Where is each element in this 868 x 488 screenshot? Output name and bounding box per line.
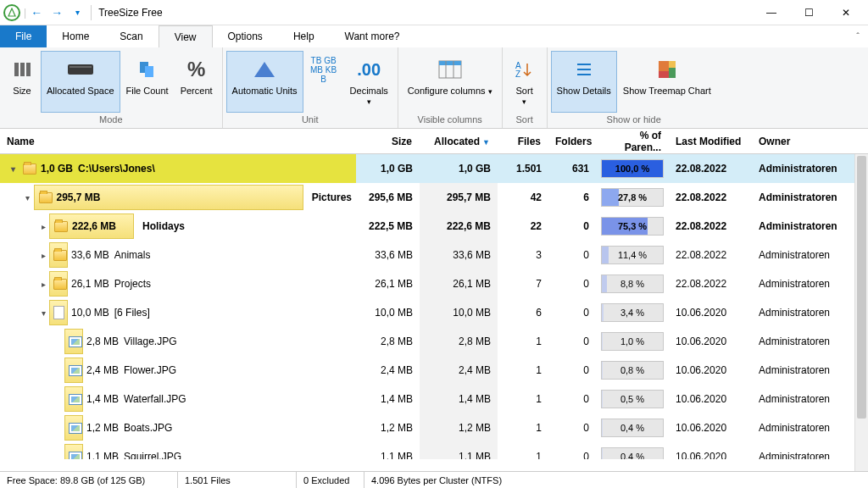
tab-scan[interactable]: Scan xyxy=(104,25,158,47)
cell-owner: Administratoren xyxy=(752,220,854,232)
row-size-label: 10,0 MB xyxy=(71,307,109,319)
tab-view[interactable]: View xyxy=(159,25,213,47)
qat-dropdown-icon[interactable]: ▾ xyxy=(67,3,87,23)
tree-row[interactable]: 1,1 MB Squirrel.JPG 1,1 MB 1,1 MB 1 0 0,… xyxy=(0,442,868,459)
cell-percent: 0,4 % xyxy=(596,413,669,442)
sort-label: Sort▾ xyxy=(516,86,533,107)
tree-row[interactable]: ▾ 10,0 MB [6 Files] 10,0 MB 10,0 MB 6 0 … xyxy=(0,298,868,327)
cell-size: 1,0 GB xyxy=(352,163,420,175)
mode-allocated-label: Allocated Space xyxy=(47,86,114,96)
group-show-hide: Show Details Show Treemap Chart Show or … xyxy=(548,47,721,128)
tree-row[interactable]: ▸ 222,6 MB Holidays 222,5 MB 222,6 MB 22… xyxy=(0,212,868,241)
row-name: Pictures xyxy=(312,191,352,203)
cell-allocated: 295,7 MB xyxy=(420,183,498,212)
cell-files: 1 xyxy=(498,393,548,405)
ribbon-collapse-icon[interactable]: ˆ xyxy=(848,25,868,47)
row-size-label: 222,6 MB xyxy=(72,220,116,232)
separator xyxy=(91,5,92,20)
bars-icon xyxy=(13,55,31,84)
cell-allocated: 222,6 MB xyxy=(420,212,498,241)
configure-columns-button[interactable]: Configure columns ▾ xyxy=(402,51,498,113)
row-size-label: 1,1 MB xyxy=(86,451,119,459)
cell-allocated: 2,8 MB xyxy=(420,327,498,356)
tree-row[interactable]: ▾ 1,0 GB C:\Users\Jones\ 1,0 GB 1,0 GB 1… xyxy=(0,154,868,183)
mode-percent-button[interactable]: % Percent xyxy=(175,51,219,113)
back-button[interactable]: ← xyxy=(26,3,47,23)
col-percent[interactable]: % of Paren... xyxy=(596,130,669,153)
cell-size: 222,5 MB xyxy=(352,220,420,232)
cell-size: 295,6 MB xyxy=(352,191,420,203)
tab-wantmore[interactable]: Want more? xyxy=(330,25,415,47)
decimals-button[interactable]: .00 Decimals▾ xyxy=(344,51,394,113)
col-files[interactable]: Files xyxy=(498,136,548,147)
expand-toggle[interactable]: ▸ xyxy=(37,222,49,231)
tree-row[interactable]: 1,2 MB Boats.JPG 1,2 MB 1,2 MB 1 0 0,4 %… xyxy=(0,413,868,442)
minimize-button[interactable]: ― xyxy=(753,1,790,25)
details-icon xyxy=(575,55,593,84)
expand-toggle[interactable]: ▾ xyxy=(37,308,49,318)
tab-home[interactable]: Home xyxy=(47,25,104,47)
col-size[interactable]: Size xyxy=(352,136,420,147)
tree-row[interactable]: ▾ 295,7 MB Pictures 295,6 MB 295,7 MB 42… xyxy=(0,183,868,212)
tree-row[interactable]: ▸ 26,1 MB Projects 26,1 MB 26,1 MB 7 0 8… xyxy=(0,269,868,298)
tab-help[interactable]: Help xyxy=(278,25,330,47)
cell-percent: 27,8 % xyxy=(596,183,669,212)
tab-options[interactable]: Options xyxy=(213,25,278,47)
col-folders[interactable]: Folders xyxy=(548,136,596,147)
row-size-label: 26,1 MB xyxy=(71,278,109,290)
svg-text:Z: Z xyxy=(515,69,520,79)
cell-owner: Administratoren xyxy=(752,393,854,405)
status-bar: Free Space: 89.8 GB (of 125 GB) 1.501 Fi… xyxy=(0,471,868,488)
cell-owner: Administratoren xyxy=(752,278,854,290)
treemap-icon xyxy=(658,55,676,84)
cell-files: 1 xyxy=(498,336,548,347)
scrollbar-thumb[interactable] xyxy=(857,156,866,419)
cell-date: 10.06.2020 xyxy=(669,364,752,376)
show-treemap-button[interactable]: Show Treemap Chart xyxy=(617,51,717,113)
tree-view[interactable]: ▾ 1,0 GB C:\Users\Jones\ 1,0 GB 1,0 GB 1… xyxy=(0,154,868,459)
expand-toggle[interactable]: ▾ xyxy=(22,193,34,202)
mode-filecount-button[interactable]: File Count xyxy=(120,51,175,113)
row-size-label: 2,4 MB xyxy=(86,364,119,376)
expand-toggle[interactable]: ▸ xyxy=(37,251,49,260)
mode-size-label: Size xyxy=(13,86,31,96)
cell-owner: Administratoren xyxy=(752,451,854,459)
col-modified[interactable]: Last Modified xyxy=(669,136,752,147)
tab-file[interactable]: File xyxy=(0,25,47,47)
cell-folders: 0 xyxy=(548,364,596,376)
menu-tabs: File Home Scan View Options Help Want mo… xyxy=(0,25,868,47)
cell-owner: Administratoren xyxy=(752,422,854,434)
expand-toggle[interactable]: ▸ xyxy=(37,280,49,289)
col-owner[interactable]: Owner xyxy=(752,136,854,147)
cell-owner: Administratoren xyxy=(752,191,854,203)
unit-fixed-button[interactable]: TB GBMB KBB xyxy=(303,51,344,113)
unit-grid-icon: TB GBMB KBB xyxy=(309,55,338,84)
mode-size-button[interactable]: Size xyxy=(3,51,41,113)
show-details-button[interactable]: Show Details xyxy=(551,51,617,113)
tree-row[interactable]: 1,4 MB Waterfall.JPG 1,4 MB 1,4 MB 1 0 0… xyxy=(0,385,868,413)
svg-rect-17 xyxy=(659,61,669,71)
unit-automatic-button[interactable]: Automatic Units xyxy=(226,51,303,113)
image-file-icon xyxy=(69,452,82,460)
svg-rect-3 xyxy=(68,64,93,75)
col-allocated[interactable]: Allocated▼ xyxy=(420,136,498,147)
cell-files: 3 xyxy=(498,249,548,261)
configure-columns-label: Configure columns ▾ xyxy=(408,86,492,97)
cell-date: 10.06.2020 xyxy=(669,336,752,347)
forward-button[interactable]: → xyxy=(47,3,67,23)
tree-row[interactable]: 2,8 MB Village.JPG 2,8 MB 2,8 MB 1 0 1,0… xyxy=(0,327,868,356)
sort-button[interactable]: AZ Sort▾ xyxy=(506,51,543,113)
mode-percent-label: Percent xyxy=(181,86,213,96)
app-logo-icon xyxy=(3,4,20,21)
tree-row[interactable]: 2,4 MB Flower.JPG 2,4 MB 2,4 MB 1 0 0,8 … xyxy=(0,356,868,385)
tree-row[interactable]: ▸ 33,6 MB Animals 33,6 MB 33,6 MB 3 0 11… xyxy=(0,241,868,269)
cell-allocated: 33,6 MB xyxy=(420,241,498,269)
percent-icon: % xyxy=(187,55,205,84)
expand-toggle[interactable]: ▾ xyxy=(7,164,19,174)
close-button[interactable]: ✕ xyxy=(827,1,865,25)
col-name[interactable]: Name xyxy=(0,136,352,147)
vertical-scrollbar[interactable] xyxy=(854,154,868,471)
maximize-button[interactable]: ☐ xyxy=(790,1,827,25)
mode-allocated-button[interactable]: Allocated Space xyxy=(41,51,120,113)
cell-size: 1,2 MB xyxy=(352,422,420,434)
